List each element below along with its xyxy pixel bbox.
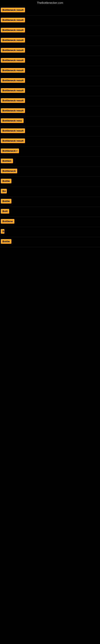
result-row-1: Bottleneck result xyxy=(0,6,100,16)
bottleneck-badge-2[interactable]: Bottleneck result xyxy=(1,18,25,22)
result-row-24: Bottle xyxy=(0,237,100,247)
result-row-8: Bottleneck result xyxy=(0,76,100,86)
result-row-5: Bottleneck result xyxy=(0,46,100,56)
result-row-9: Bottleneck result xyxy=(0,86,100,96)
bottleneck-badge-9[interactable]: Bottleneck result xyxy=(1,88,25,93)
result-row-12: Bottleneck resu xyxy=(0,116,100,126)
bottleneck-badge-10[interactable]: Bottleneck result xyxy=(1,98,25,103)
result-row-21: Bott xyxy=(0,207,100,217)
bottleneck-badge-4[interactable]: Bottleneck result xyxy=(1,38,25,42)
bottleneck-badge-12[interactable]: Bottleneck resu xyxy=(1,118,24,123)
result-row-23: B xyxy=(0,227,100,237)
result-row-20: Bottle xyxy=(0,197,100,207)
result-row-17: Bottleneck xyxy=(0,167,100,177)
bottleneck-badge-20[interactable]: Bottle xyxy=(1,199,11,204)
bottleneck-badge-21[interactable]: Bott xyxy=(1,209,9,214)
bottleneck-badge-8[interactable]: Bottleneck result xyxy=(1,78,25,83)
bottleneck-badge-1[interactable]: Bottleneck result xyxy=(1,8,25,12)
result-row-11: Bottleneck result xyxy=(0,106,100,116)
bottleneck-badge-5[interactable]: Bottleneck result xyxy=(1,48,25,52)
result-row-19: Bo xyxy=(0,187,100,197)
site-title: TheBottlenecker.com xyxy=(0,0,100,6)
bottleneck-badge-23[interactable]: B xyxy=(1,229,4,234)
result-row-13: Bottleneck result xyxy=(0,126,100,136)
result-row-16: Bottlen xyxy=(0,156,100,167)
bottleneck-badge-15[interactable]: Bottleneck r xyxy=(1,148,19,153)
result-row-3: Bottleneck result xyxy=(0,26,100,36)
result-row-14: Bottleneck result xyxy=(0,136,100,146)
bottleneck-badge-19[interactable]: Bo xyxy=(1,189,7,194)
bottleneck-badge-24[interactable]: Bottle xyxy=(1,239,11,244)
result-row-2: Bottleneck result xyxy=(0,16,100,26)
result-row-15: Bottleneck r xyxy=(0,146,100,156)
bottleneck-badge-13[interactable]: Bottleneck result xyxy=(1,128,25,133)
bottleneck-badge-11[interactable]: Bottleneck result xyxy=(1,108,25,113)
result-row-6: Bottleneck result xyxy=(0,56,100,66)
result-row-18: Bottle xyxy=(0,177,100,187)
bottleneck-badge-17[interactable]: Bottleneck xyxy=(1,169,17,173)
result-row-22: Bottlene xyxy=(0,217,100,227)
bottleneck-badge-22[interactable]: Bottlene xyxy=(1,219,14,224)
bottleneck-badge-7[interactable]: Bottleneck result xyxy=(1,68,25,73)
bottleneck-badge-3[interactable]: Bottleneck result xyxy=(1,28,25,32)
result-row-4: Bottleneck result xyxy=(0,36,100,46)
bottleneck-badge-14[interactable]: Bottleneck result xyxy=(1,138,25,143)
bottleneck-badge-6[interactable]: Bottleneck result xyxy=(1,58,25,62)
result-row-10: Bottleneck result xyxy=(0,96,100,106)
result-row-7: Bottleneck result xyxy=(0,66,100,76)
bottleneck-badge-18[interactable]: Bottle xyxy=(1,179,11,183)
bottleneck-badge-16[interactable]: Bottlen xyxy=(1,158,13,163)
